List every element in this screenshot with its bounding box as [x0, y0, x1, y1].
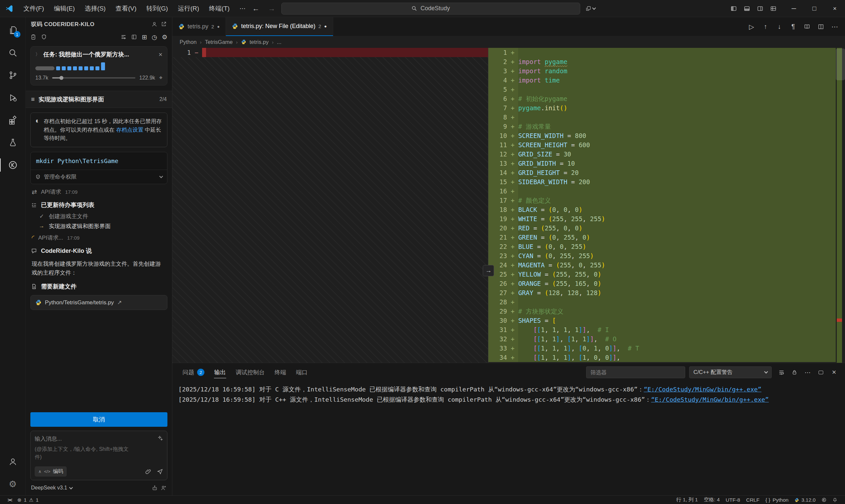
enhance-prompt-icon[interactable]: [157, 435, 163, 441]
modified-dot-icon[interactable]: ●: [217, 24, 219, 29]
tab-ports[interactable]: 端口: [291, 363, 313, 381]
activity-coderider-kilo[interactable]: [0, 154, 26, 176]
code-line[interactable]: 22+BLUE = (0, 0, 255): [488, 242, 836, 251]
code-line[interactable]: 3+import random: [488, 66, 836, 76]
close-task-icon[interactable]: ×: [158, 51, 162, 58]
clipboard-check-icon[interactable]: [30, 34, 36, 40]
diff-modified-pane[interactable]: 1+2+import pygame3+import random4+import…: [488, 48, 845, 363]
eol-sequence[interactable]: CRLF: [743, 496, 762, 504]
auto-approve-icon[interactable]: [152, 485, 158, 491]
toggle-secondary-sidebar-icon[interactable]: [755, 3, 766, 14]
code-line[interactable]: 24+MAGENTA = (255, 0, 255): [488, 260, 836, 270]
code-line[interactable]: 8+: [488, 112, 836, 122]
python-interpreter[interactable]: 3.12.0: [792, 496, 818, 504]
todo-item-current[interactable]: → 实现游戏逻辑和图形界面: [26, 220, 172, 230]
maximize-panel-icon[interactable]: [815, 367, 827, 378]
lock-scroll-icon[interactable]: [789, 367, 800, 378]
code-line[interactable]: 7+pygame.init(): [488, 103, 836, 112]
account-icon[interactable]: [151, 21, 158, 28]
code-line[interactable]: 2+import pygame: [488, 57, 836, 66]
menu-item[interactable]: ⋯: [234, 3, 251, 15]
run-file-icon[interactable]: ▷: [745, 20, 758, 33]
task-card[interactable]: 〉 任务: 我想做出一个俄罗斯方块... × 13.7k 122.9k ⌖: [30, 46, 168, 86]
overview-ruler[interactable]: [836, 48, 845, 363]
toggle-panel-icon[interactable]: [741, 3, 753, 14]
open-preview-icon[interactable]: [801, 20, 813, 33]
compiler-path-link[interactable]: “E:/CodeStudy/MinGw/bin/g++.exe”: [644, 386, 761, 393]
language-mode[interactable]: { } Python: [762, 496, 792, 504]
notifications-bell-icon[interactable]: [829, 496, 840, 504]
activity-run-debug[interactable]: [0, 87, 26, 109]
problems-status[interactable]: ⊗ 1 ⚠ 1: [15, 496, 41, 504]
code-line[interactable]: 27+GRAY = (128, 128, 128): [488, 288, 836, 298]
forward-icon[interactable]: →: [265, 4, 278, 13]
code-line[interactable]: 32+ [[1, 1], [1, 1]], # O: [488, 334, 836, 344]
code-line[interactable]: 15+SIDEBAR_WIDTH = 200: [488, 177, 836, 186]
tab-terminal[interactable]: 终端: [270, 363, 291, 381]
chat-input-box[interactable]: 输入消息... (@添加上下文，/输入命令, Shift+拖拽文件) ∧ </>…: [30, 431, 168, 480]
new-file-chip[interactable]: Python/TetrisGame/tetris.py ↗: [30, 295, 168, 310]
code-line[interactable]: 11+SCREEN_HEIGHT = 600: [488, 140, 836, 149]
code-line[interactable]: 1+: [488, 48, 836, 57]
todo-header[interactable]: ≡ 实现游戏逻辑和图形界面 2/4: [26, 91, 172, 108]
breadcrumb-item[interactable]: tetris.py: [250, 39, 269, 45]
code-line[interactable]: 26+ORANGE = (255, 165, 0): [488, 279, 836, 288]
more-actions-icon[interactable]: ⋯: [828, 20, 841, 33]
activity-testing[interactable]: [0, 131, 26, 154]
cursor-position[interactable]: 行 1, 列 1: [673, 496, 701, 504]
code-line[interactable]: 18+BLACK = (0, 0, 0): [488, 205, 836, 214]
code-line[interactable]: 33+ [[1, 1, 1], [0, 1, 0]], # T: [488, 344, 836, 353]
marketplace-icon[interactable]: ⊞: [142, 33, 147, 41]
activity-explorer[interactable]: 1: [0, 19, 26, 41]
remote-indicator[interactable]: ><: [5, 496, 15, 504]
activity-account[interactable]: [0, 451, 26, 473]
tab-debug-console[interactable]: 调试控制台: [231, 363, 270, 381]
menu-item[interactable]: 运行(R): [173, 3, 204, 15]
output-content[interactable]: [2025/12/18 16:59:58] 对于 C 源文件，IntelliSe…: [172, 381, 845, 496]
indentation[interactable]: 空格: 4: [701, 496, 722, 504]
code-line[interactable]: 17+# 颜色定义: [488, 196, 836, 205]
diff-original-pane[interactable]: 1 −: [172, 48, 488, 363]
tab-tetris-py[interactable]: tetris.py 2 ●: [172, 17, 226, 36]
code-line[interactable]: 31+ [[1, 1, 1, 1]], # I: [488, 325, 836, 334]
tab-output[interactable]: 输出: [209, 363, 231, 381]
breadcrumb-item[interactable]: TetrisGame: [205, 39, 232, 45]
command-center-search[interactable]: CodeStudy: [281, 3, 580, 15]
code-line[interactable]: 9+# 游戏常量: [488, 122, 836, 131]
breadcrumb-item[interactable]: Python: [180, 39, 196, 45]
customize-layout-icon[interactable]: [768, 3, 779, 14]
code-line[interactable]: 29+# 方块形状定义: [488, 307, 836, 316]
word-wrap-icon[interactable]: [776, 367, 787, 378]
compiler-path-link[interactable]: “E:/CodeStudy/MinGw/bin/g++.exe”: [651, 396, 769, 403]
deleted-line[interactable]: 1 −: [172, 48, 488, 57]
open-external-icon[interactable]: [161, 21, 167, 27]
menu-item[interactable]: 查看(V): [111, 3, 141, 15]
code-line[interactable]: 23+CYAN = (0, 255, 255): [488, 251, 836, 260]
menu-item[interactable]: 文件(F): [18, 3, 49, 15]
code-line[interactable]: 34+ [[1, 1, 1], [1, 0, 0]],: [488, 353, 836, 362]
close-panel-icon[interactable]: ×: [828, 367, 840, 378]
menu-item[interactable]: 转到(G): [141, 3, 173, 15]
code-line[interactable]: 30+SHAPES = [: [488, 316, 836, 325]
code-line[interactable]: 20+RED = (255, 0, 0): [488, 223, 836, 233]
activity-extensions[interactable]: [0, 109, 26, 131]
send-icon[interactable]: [157, 468, 163, 475]
history-icon[interactable]: ◷: [152, 33, 157, 41]
close-button[interactable]: ×: [825, 0, 845, 17]
mode-selector[interactable]: ∧ </> 编码: [35, 466, 67, 476]
target-icon[interactable]: ⌖: [159, 74, 162, 81]
modified-dot-icon[interactable]: ●: [324, 24, 327, 29]
coderider-status-icon[interactable]: [818, 496, 829, 504]
output-channel-dropdown[interactable]: C/C++ 配置警告: [689, 366, 772, 378]
new-task-icon[interactable]: [121, 34, 126, 40]
menu-item[interactable]: 编辑(E): [49, 3, 80, 15]
diff-right-code[interactable]: 1+2+import pygame3+import random4+import…: [488, 48, 836, 363]
attach-icon[interactable]: [145, 468, 152, 475]
checkpoint-settings-link[interactable]: 存档点设置: [116, 127, 143, 133]
code-line[interactable]: 25+YELLOW = (255, 255, 0): [488, 270, 836, 279]
minimize-button[interactable]: ─: [784, 0, 804, 17]
model-selector[interactable]: DeepSeek v3.1: [31, 485, 67, 491]
menu-item[interactable]: 选择(S): [80, 3, 111, 15]
code-line[interactable]: 21+GREEN = (0, 255, 0): [488, 233, 836, 242]
code-line[interactable]: 12+GRID_SIZE = 30: [488, 149, 836, 159]
